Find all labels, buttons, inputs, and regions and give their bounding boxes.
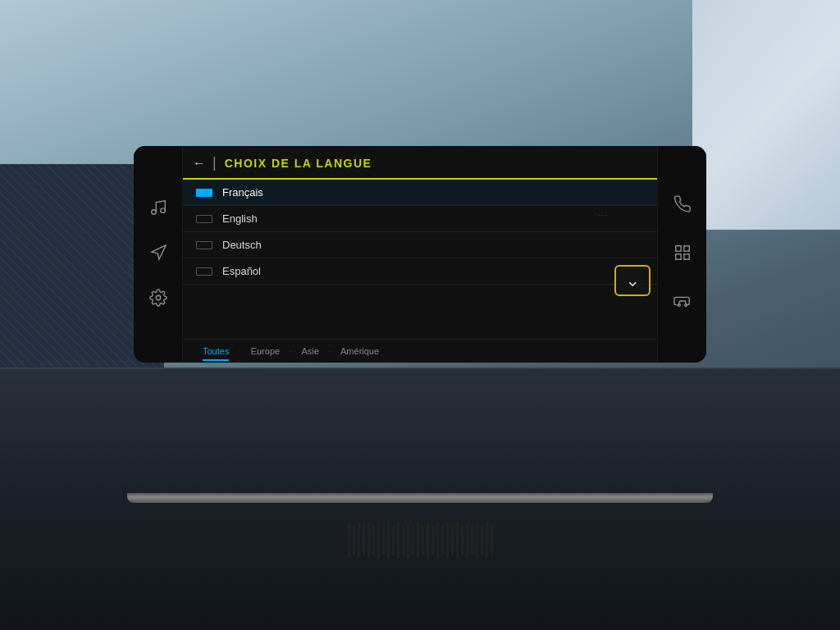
- tab-separator: ·: [239, 348, 240, 355]
- vent-bar: [407, 522, 409, 559]
- lang-label: English: [222, 212, 644, 225]
- vent-bar: [348, 522, 350, 559]
- tab-europe[interactable]: Europe: [244, 345, 286, 358]
- vent-bar: [412, 524, 414, 555]
- right-icons-panel: [657, 146, 706, 363]
- lang-unselected-indicator: [196, 215, 212, 223]
- svg-rect-7: [675, 253, 680, 258]
- list-item[interactable]: Deutsch: [183, 232, 657, 258]
- vent-bar: [471, 524, 473, 555]
- list-item[interactable]: Español: [183, 258, 657, 285]
- vent-bar: [417, 522, 419, 559]
- vent-bar: [387, 522, 390, 559]
- lang-selected-indicator: [196, 189, 212, 197]
- lang-unselected-indicator: [196, 241, 212, 249]
- vent-bar: [382, 524, 385, 555]
- vent-bar: [368, 522, 370, 559]
- chevron-down-icon: ⌄: [625, 272, 640, 290]
- vent-bar: [431, 524, 434, 555]
- svg-marker-2: [151, 244, 165, 258]
- vent-bar: [491, 524, 493, 555]
- svg-point-8: [678, 304, 680, 306]
- vent-bar: [372, 524, 375, 555]
- svg-rect-4: [675, 245, 680, 250]
- vent-bar: [422, 524, 424, 555]
- vent-bar: [397, 522, 399, 559]
- vent-bar: [486, 522, 488, 559]
- screen-bottom-trim: [127, 493, 713, 503]
- svg-rect-6: [683, 253, 688, 258]
- vent-bar: [427, 522, 429, 559]
- vent-bar: [436, 522, 439, 559]
- left-icons-panel: [134, 146, 183, 363]
- vent-bar: [451, 524, 454, 555]
- vent-bar: [353, 524, 355, 555]
- car-icon[interactable]: [673, 292, 692, 314]
- screen-frame: ← | CHOIX DE LA LANGUE ⌃ Français Englis…: [134, 146, 706, 363]
- list-item[interactable]: English: [183, 206, 657, 232]
- music-icon[interactable]: [149, 199, 167, 221]
- bottom-tabs: Toutes · Europe · Asie · Amérique: [183, 339, 657, 363]
- svg-point-3: [156, 295, 161, 300]
- scroll-down-button[interactable]: ⌄: [614, 265, 651, 296]
- lang-label: Français: [222, 186, 644, 199]
- vent-bar: [363, 524, 365, 555]
- lang-label: Español: [222, 265, 644, 277]
- back-button[interactable]: ←: [193, 156, 206, 171]
- vent-bar: [392, 524, 395, 555]
- header-divider: |: [212, 154, 217, 171]
- lang-label: Deutsch: [222, 239, 644, 251]
- apps-icon[interactable]: [673, 244, 692, 266]
- settings-icon[interactable]: [149, 289, 167, 311]
- scene: ← | CHOIX DE LA LANGUE ⌃ Français Englis…: [0, 0, 840, 630]
- right-window: [692, 0, 840, 230]
- vent-bar: [476, 522, 478, 559]
- vent-bar: [358, 522, 360, 559]
- vent-bar: [377, 522, 380, 559]
- tab-amerique[interactable]: Amérique: [334, 345, 386, 358]
- tab-separator: ·: [290, 348, 291, 355]
- svg-point-0: [151, 209, 156, 214]
- vent-bar: [461, 524, 463, 555]
- bottom-vents: [256, 515, 584, 564]
- tab-asie[interactable]: Asie: [294, 345, 325, 358]
- page-title: CHOIX DE LA LANGUE: [225, 157, 372, 170]
- lang-unselected-indicator: [196, 267, 212, 276]
- phone-icon[interactable]: [673, 195, 692, 217]
- main-content: ← | CHOIX DE LA LANGUE ⌃ Français Englis…: [183, 146, 657, 363]
- vent-bar: [481, 524, 483, 555]
- header-bar: ← | CHOIX DE LA LANGUE: [183, 146, 657, 180]
- list-item[interactable]: Français: [183, 180, 657, 206]
- tab-separator: ·: [329, 348, 331, 355]
- svg-point-9: [684, 304, 687, 306]
- vent-bar: [466, 522, 468, 559]
- svg-rect-5: [683, 245, 688, 250]
- navigation-icon[interactable]: [149, 244, 167, 266]
- vent-bar: [441, 524, 444, 555]
- tab-toutes[interactable]: Toutes: [196, 345, 235, 358]
- vent-bar: [402, 524, 404, 555]
- vent-bar: [456, 522, 459, 559]
- language-list: ⌃ Français English Deutsch Español: [183, 180, 657, 339]
- svg-point-1: [160, 208, 165, 212]
- scroll-dots: ···: [599, 211, 608, 220]
- vent-bar: [446, 522, 449, 559]
